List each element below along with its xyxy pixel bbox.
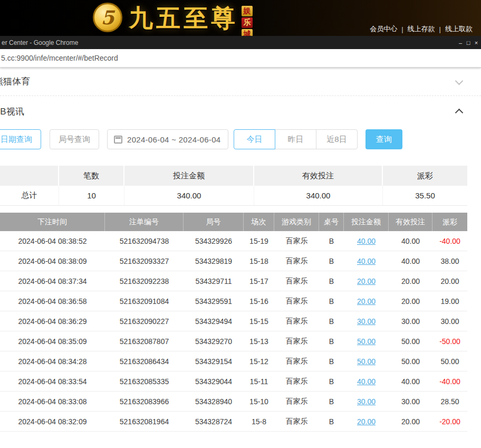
cell-round-id: 534329270 [184, 331, 244, 351]
cell-payout: 38.00 [432, 251, 467, 271]
cell-valid-bet: 40.00 [389, 251, 432, 271]
table-row: 2024-06-04 08:35:09 521632087807 5343292… [0, 331, 467, 351]
maximize-button[interactable]: □ [465, 38, 472, 47]
date-range-value: 2024-06-04 ~ 2024-06-04 [127, 135, 220, 144]
cell-session: 15-11 [244, 371, 274, 391]
search-button[interactable]: 查询 [365, 129, 402, 149]
summary-header-count: 笔数 [59, 166, 124, 186]
window-controls: – □ × [456, 36, 480, 49]
brand-badge: 娱 乐 城 [242, 6, 253, 36]
section-label: BB视讯 [0, 106, 24, 118]
cell-table-no: B [319, 392, 344, 411]
cell-bet-id: 521632093327 [105, 251, 184, 271]
cell-game-type: 百家乐 [274, 251, 319, 271]
round-query-tab[interactable]: 局号查询 [50, 129, 99, 149]
table-row: 2024-06-04 08:38:52 521632094738 5343299… [0, 231, 467, 251]
summary-amount-value: 340.00 [124, 186, 254, 206]
cell-bet-time: 2024-06-04 08:36:58 [0, 291, 105, 311]
close-button[interactable]: × [473, 38, 480, 47]
cell-table-no: B [319, 331, 344, 351]
bet-amount-link[interactable]: 50.00 [344, 351, 389, 371]
cell-game-type: 百家乐 [274, 271, 319, 291]
site-banner: 5 九五至尊 娱 乐 城 会员中心 | 线上存款 | 线上取款 [0, 0, 481, 36]
summary-header-empty [0, 166, 59, 186]
bet-amount-link[interactable]: 20.00 [344, 291, 389, 311]
date-query-tab[interactable]: 日期查询 [0, 129, 41, 149]
cell-bet-time: 2024-06-04 08:32:09 [0, 412, 105, 431]
cell-session: 15-18 [244, 251, 274, 271]
table-row: 2024-06-04 08:32:09 521632081964 5343287… [0, 412, 467, 432]
table-row: 2024-06-04 08:36:58 521632091084 5343295… [0, 291, 467, 311]
cell-round-id: 534329926 [184, 231, 244, 251]
cell-bet-time: 2024-06-04 08:35:09 [0, 331, 105, 351]
summary-valid-value: 340.00 [254, 186, 383, 206]
section-label: 熊猫体育 [0, 75, 30, 88]
summary-header-payout: 派彩 [383, 166, 467, 186]
url-bar[interactable]: 5.cc:9900/infe/mcenter/#/betRecord [0, 49, 481, 68]
cell-bet-id: 521632083966 [105, 392, 184, 411]
summary-total-row: 总计 10 340.00 340.00 35.50 [0, 186, 467, 206]
cell-session: 15-8 [244, 412, 274, 431]
quick-range-group: 今日 昨日 近8日 [234, 129, 358, 149]
brand-logo: 5 九五至尊 娱 乐 城 [93, 3, 253, 36]
bet-table-body: 2024-06-04 08:38:52 521632094738 5343299… [0, 231, 467, 432]
cell-bet-time: 2024-06-04 08:38:09 [0, 251, 105, 271]
header-payout: 派彩 [432, 213, 467, 231]
header-round-id: 局号 [184, 213, 244, 231]
bet-amount-link[interactable]: 40.00 [344, 371, 389, 391]
cell-round-id: 534328940 [184, 392, 244, 411]
bet-amount-link[interactable]: 20.00 [344, 412, 389, 431]
cell-bet-id: 521632087807 [105, 331, 184, 351]
quick-filter-yesterday[interactable]: 昨日 [275, 129, 316, 149]
summary-header-amount: 投注金额 [124, 166, 254, 186]
quick-filter-last8days[interactable]: 近8日 [316, 129, 358, 149]
window-titlebar: er Center - Google Chrome – □ × [0, 36, 481, 49]
cell-valid-bet: 20.00 [389, 412, 432, 431]
table-row: 2024-06-04 08:36:29 521632090227 5343294… [0, 311, 467, 331]
cell-game-type: 百家乐 [274, 392, 319, 411]
cell-session: 15-10 [244, 392, 274, 411]
nav-item-member-center[interactable]: 会员中心 [365, 24, 401, 34]
cell-game-type: 百家乐 [274, 351, 319, 371]
cell-table-no: B [319, 231, 344, 251]
table-row: 2024-06-04 08:38:09 521632093327 5343298… [0, 251, 467, 271]
header-table-no: 桌号 [319, 213, 344, 231]
cell-game-type: 百家乐 [274, 371, 319, 391]
cell-bet-time: 2024-06-04 08:33:08 [0, 392, 105, 411]
top-nav: 会员中心 | 线上存款 | 线上取款 [365, 24, 477, 34]
nav-item-withdraw[interactable]: 线上取款 [441, 24, 477, 34]
summary-total-label: 总计 [0, 186, 59, 206]
nav-item-deposit[interactable]: 线上存款 [403, 24, 439, 34]
summary-payout-value: 35.50 [383, 186, 467, 206]
chevron-up-icon [455, 109, 464, 117]
summary-header-row: 笔数 投注金额 有效投注 派彩 [0, 166, 467, 186]
section-bb-video[interactable]: BB视讯 [0, 96, 481, 127]
bet-amount-link[interactable]: 40.00 [344, 231, 389, 251]
bet-amount-link[interactable]: 30.00 [344, 311, 389, 331]
cell-valid-bet: 30.00 [389, 311, 432, 331]
cell-bet-time: 2024-06-04 08:38:52 [0, 231, 105, 251]
table-row: 2024-06-04 08:37:34 521632092238 5343297… [0, 271, 467, 291]
cell-valid-bet: 20.00 [389, 271, 432, 291]
bet-amount-link[interactable]: 20.00 [344, 271, 389, 291]
header-session: 场次 [244, 213, 274, 231]
cell-game-type: 百家乐 [274, 231, 319, 251]
header-bet-amount: 投注金额 [344, 213, 389, 231]
page-url: 5.cc:9900/infe/mcenter/#/betRecord [0, 54, 118, 62]
cell-session: 15-17 [244, 271, 274, 291]
badge-char: 城 [242, 29, 253, 36]
bet-amount-link[interactable]: 40.00 [344, 251, 389, 271]
cell-bet-time: 2024-06-04 08:33:54 [0, 371, 105, 391]
cell-session: 15-19 [244, 231, 274, 251]
cell-table-no: B [319, 251, 344, 271]
date-range-input[interactable]: 2024-06-04 ~ 2024-06-04 [107, 129, 228, 149]
bet-amount-link[interactable]: 50.00 [344, 331, 389, 351]
minimize-button[interactable]: – [457, 38, 464, 47]
bet-amount-link[interactable]: 30.00 [344, 392, 389, 411]
table-row: 2024-06-04 08:33:54 521632085335 5343290… [0, 371, 467, 392]
section-panda-sports[interactable]: 熊猫体育 [0, 68, 481, 96]
cell-bet-time: 2024-06-04 08:36:29 [0, 311, 105, 331]
summary-count-value: 10 [59, 186, 124, 206]
cell-bet-time: 2024-06-04 08:37:34 [0, 271, 105, 291]
quick-filter-today[interactable]: 今日 [234, 129, 275, 149]
